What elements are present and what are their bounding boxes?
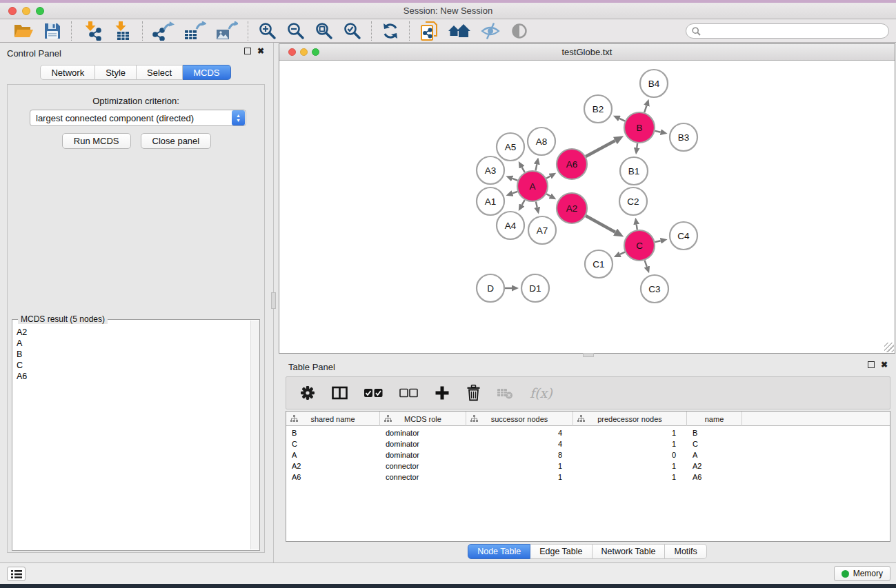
graph-edge-C-C2[interactable] xyxy=(637,225,637,230)
window-resize-grip[interactable] xyxy=(884,343,894,352)
graph-edge-B-B3[interactable] xyxy=(655,131,660,132)
horizontal-splitter-handle[interactable] xyxy=(583,353,594,357)
node-table[interactable]: shared nameMCDS rolesuccessor nodesprede… xyxy=(286,411,890,542)
add-column-button[interactable] xyxy=(435,385,450,401)
zoom-fit-button[interactable] xyxy=(310,21,338,41)
hide-panel-button[interactable] xyxy=(475,21,506,41)
delete-column-button[interactable] xyxy=(466,385,481,401)
table-cell[interactable]: C xyxy=(286,440,380,448)
table-cell[interactable]: connector xyxy=(380,462,466,470)
table-row[interactable]: Bdominator41B xyxy=(286,427,890,438)
result-item[interactable]: B xyxy=(17,349,250,360)
column-header-shared-name[interactable]: shared name xyxy=(286,412,380,426)
minimize-network-window-button[interactable] xyxy=(300,48,308,56)
graph-node-A4[interactable]: A4 xyxy=(497,212,524,239)
tab-network[interactable]: Network xyxy=(40,65,95,80)
table-row[interactable]: A6connector11A6 xyxy=(286,472,890,483)
column-header-successor-nodes[interactable]: successor nodes xyxy=(466,412,573,426)
table-cell[interactable]: A2 xyxy=(286,462,380,470)
tab-style[interactable]: Style xyxy=(95,65,137,80)
graph-edge-A-A7[interactable] xyxy=(536,201,537,207)
table-cell[interactable]: 4 xyxy=(466,429,573,437)
task-history-button[interactable] xyxy=(7,567,26,581)
graph-node-B1[interactable]: B1 xyxy=(620,157,648,185)
result-item[interactable]: A xyxy=(17,338,250,349)
graph-edge-B-B1[interactable] xyxy=(637,143,637,148)
table-cell[interactable]: 4 xyxy=(466,440,573,448)
zoom-selected-button[interactable] xyxy=(338,21,366,41)
table-row[interactable]: Cdominator41C xyxy=(286,438,890,449)
close-panel-button[interactable]: Close panel xyxy=(141,133,212,149)
optimization-criterion-select[interactable]: largest connected component (directed) ▲… xyxy=(30,110,246,126)
float-panel-icon[interactable] xyxy=(244,48,251,54)
export-network-button[interactable] xyxy=(148,21,179,41)
graph-node-B2[interactable]: B2 xyxy=(584,95,612,123)
graph-edge-C-C1[interactable] xyxy=(620,252,625,254)
graph-edge-A6-B[interactable] xyxy=(586,141,615,156)
deselect-all-button[interactable] xyxy=(399,388,418,398)
tab-motifs[interactable]: Motifs xyxy=(665,544,706,559)
table-cell[interactable]: dominator xyxy=(380,429,466,437)
tab-network-table[interactable]: Network Table xyxy=(593,544,666,559)
graph-node-C[interactable]: C xyxy=(624,230,655,261)
minimize-window-button[interactable] xyxy=(22,7,30,15)
graph-edge-A-A6[interactable] xyxy=(546,176,550,179)
zoom-network-window-button[interactable] xyxy=(312,48,319,56)
tab-edge-table[interactable]: Edge Table xyxy=(530,544,592,559)
graph-edge-A-A8[interactable] xyxy=(536,164,537,170)
table-cell[interactable]: A xyxy=(286,451,380,459)
vertical-splitter-handle[interactable] xyxy=(271,292,276,309)
float-table-panel-icon[interactable] xyxy=(868,361,875,368)
table-cell[interactable]: A6 xyxy=(286,473,380,481)
column-header-name[interactable]: name xyxy=(687,412,742,426)
graph-node-C4[interactable]: C4 xyxy=(670,222,697,250)
table-cell[interactable]: dominator xyxy=(380,440,466,448)
graph-node-A8[interactable]: A8 xyxy=(528,128,555,155)
graph-edge-B-B2[interactable] xyxy=(619,119,625,121)
table-cell[interactable]: C xyxy=(687,440,742,448)
table-row[interactable]: A2connector11A2 xyxy=(286,460,890,472)
import-table-button[interactable] xyxy=(107,21,137,41)
column-header-MCDS-role[interactable]: MCDS role xyxy=(380,412,466,426)
tab-select[interactable]: Select xyxy=(137,65,183,80)
tab-node-table[interactable]: Node Table xyxy=(468,544,530,559)
show-panel-button[interactable] xyxy=(506,21,533,41)
graph-node-B[interactable]: B xyxy=(624,112,655,143)
graph-node-A2[interactable]: A2 xyxy=(557,193,587,223)
graph-edge-A-A1[interactable] xyxy=(512,192,517,194)
close-window-button[interactable] xyxy=(8,7,17,15)
graph-node-C1[interactable]: C1 xyxy=(585,250,613,278)
function-builder-button[interactable]: f(x) xyxy=(530,385,552,401)
graph-edge-B-B4[interactable] xyxy=(644,105,646,112)
zoom-out-button[interactable] xyxy=(281,21,310,41)
memory-button[interactable]: Memory xyxy=(834,566,890,581)
graph-node-A6[interactable]: A6 xyxy=(557,149,587,179)
graph-node-D1[interactable]: D1 xyxy=(521,274,549,302)
graph-edge-A-A5[interactable] xyxy=(522,168,525,172)
table-cell[interactable]: A2 xyxy=(687,462,742,470)
table-cell[interactable]: 8 xyxy=(466,451,573,459)
zoom-window-button[interactable] xyxy=(36,7,44,15)
graph-node-A7[interactable]: A7 xyxy=(528,216,556,244)
table-cell[interactable]: 1 xyxy=(466,462,573,470)
table-cell[interactable]: dominator xyxy=(380,451,466,459)
table-settings-button[interactable] xyxy=(300,385,315,401)
graph-edge-A-A4[interactable] xyxy=(522,200,525,205)
table-row[interactable]: Adominator80A xyxy=(286,449,890,460)
graph-edge-A2-C[interactable] xyxy=(586,216,615,232)
graph-edge-A-A3[interactable] xyxy=(512,179,518,181)
delete-table-button[interactable] xyxy=(497,387,513,399)
select-all-button[interactable] xyxy=(364,388,383,398)
column-header-predecessor-nodes[interactable]: predecessor nodes xyxy=(573,412,687,426)
graph-edge-C-C4[interactable] xyxy=(655,241,660,242)
close-network-window-button[interactable] xyxy=(288,48,296,56)
run-mcds-button[interactable]: Run MCDS xyxy=(62,133,131,149)
graph-edge-A-A2[interactable] xyxy=(546,194,550,196)
open-session-button[interactable] xyxy=(8,21,39,41)
tab-mcds[interactable]: MCDS xyxy=(183,65,230,80)
import-network-button[interactable] xyxy=(77,21,107,41)
graph-node-C2[interactable]: C2 xyxy=(619,187,647,215)
clone-network-button[interactable] xyxy=(415,21,444,41)
table-cell[interactable]: 1 xyxy=(573,429,687,437)
table-cell[interactable]: A6 xyxy=(687,473,742,481)
